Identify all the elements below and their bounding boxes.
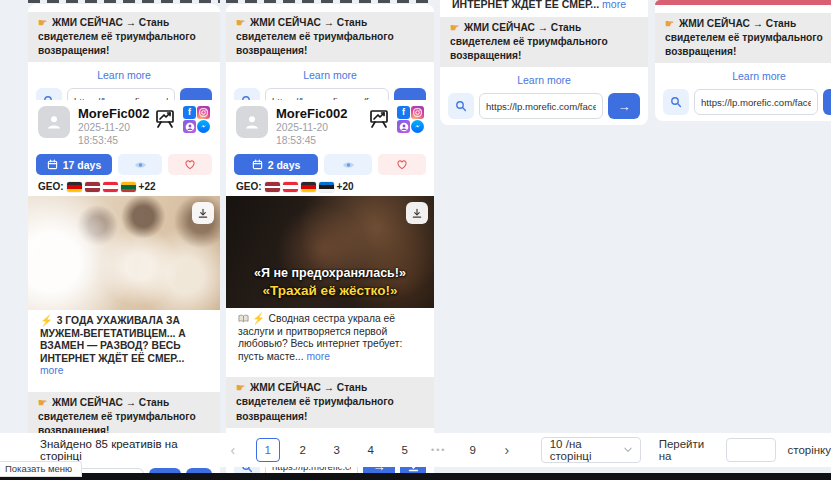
cta-headline: ☛ ЖМИ СЕЙЧАС → Стань свидетелем её триум…	[440, 17, 648, 67]
pointing-hand-icon: ☛	[38, 397, 47, 408]
arrow-right-icon: →	[618, 99, 631, 114]
learn-more-link[interactable]: Learn more	[732, 70, 786, 82]
open-url-button[interactable]: →	[608, 93, 640, 119]
search-url-button[interactable]	[663, 89, 689, 115]
avatar	[38, 106, 70, 138]
favorite-button[interactable]	[168, 154, 212, 175]
eye-icon	[134, 160, 147, 170]
geo-label: GEO:	[38, 181, 64, 192]
presentation-board-icon	[367, 106, 391, 130]
messenger-icon[interactable]	[411, 120, 424, 133]
geo-flags	[265, 182, 334, 192]
heart-icon	[184, 159, 196, 170]
pagination-bar: Знайдено 85 креативів на сторінці ‹ 1 2 …	[0, 433, 831, 467]
geo-flags	[67, 182, 136, 192]
next-page-button[interactable]: ›	[496, 439, 518, 461]
pointing-hand-icon: ☛	[38, 17, 47, 28]
book-icon	[238, 314, 249, 323]
facebook-icon[interactable]: f	[183, 106, 196, 119]
description-more-link[interactable]: more	[306, 351, 329, 362]
facebook-icon[interactable]: f	[397, 106, 410, 119]
messenger-icon[interactable]	[197, 120, 210, 133]
learn-more-link[interactable]: Learn more	[303, 69, 357, 81]
cta-headline: ☛ ЖМИ СЕЙЧАС → Стань свидетелем её триум…	[226, 12, 434, 62]
profile-badge-icon[interactable]	[397, 120, 410, 133]
landing-url-input[interactable]	[694, 89, 818, 115]
search-url-button[interactable]	[448, 93, 474, 119]
page-button-9[interactable]: 9	[462, 439, 484, 461]
chevron-down-icon	[624, 447, 632, 453]
creative-timestamp: 2025-11-20 18:53:45	[78, 121, 153, 147]
preview-button[interactable]	[324, 154, 372, 175]
goto-page-input[interactable]	[726, 438, 776, 462]
download-image-button[interactable]	[192, 202, 214, 224]
calendar-icon	[47, 159, 58, 170]
download-image-button[interactable]	[406, 202, 428, 224]
creative-description: ⚡ 3 ГОДА УХАЖИВАЛА ЗА МУЖЕМ-ВЕГЕТАТИВЦЕМ…	[28, 310, 220, 386]
download-icon	[412, 208, 422, 219]
description-more-link[interactable]: more	[602, 0, 626, 10]
description-more-link[interactable]: more	[40, 365, 63, 376]
cut-image-strip	[655, 0, 831, 5]
window-bottom-edge	[0, 473, 831, 480]
cta-headline: ☛ ЖМИ СЕЙЧАС → Стань свидетелем её триум…	[655, 13, 831, 63]
avatar	[236, 106, 268, 138]
goto-page-label: Перейти на	[659, 438, 714, 462]
cta-headline: ☛ ЖМИ СЕЙЧАС → Стань свидетелем её триум…	[28, 12, 220, 62]
instagram-icon[interactable]	[411, 106, 424, 119]
pointing-hand-icon: ☛	[665, 18, 674, 29]
person-icon	[45, 113, 63, 131]
pointing-hand-icon: ☛	[236, 382, 245, 393]
goto-page-suffix: сторінку	[788, 444, 831, 456]
creative-description-tail: ИНТЕРНЕТ ЖДЁТ ЕЁ СМЕР... more	[452, 0, 636, 12]
flag-de-icon	[301, 182, 316, 192]
flag-de-icon	[67, 182, 82, 192]
creative-image	[28, 196, 220, 310]
instagram-icon[interactable]	[197, 106, 210, 119]
eye-icon	[342, 160, 355, 170]
creative-card: MoreFic002 2025-11-20 18:53:45 f 2	[226, 100, 434, 480]
profile-badge-icon[interactable]	[183, 120, 196, 133]
preview-button[interactable]	[118, 154, 162, 175]
flag-lt-icon	[121, 182, 136, 192]
flag-lv-icon	[85, 182, 100, 192]
creative-description: ⚡ Сводная сестра украла её заслуги и при…	[226, 308, 434, 371]
browser-status-tooltip: Показать меню	[0, 461, 82, 477]
search-icon	[455, 100, 467, 112]
pages-ellipsis: •••	[428, 439, 450, 461]
cut-card-dashes	[226, 0, 434, 3]
creative-card-cut: ИНТЕРНЕТ ЖДЁТ ЕЁ СМЕР... more ☛ ЖМИ СЕЙЧ…	[440, 0, 648, 125]
flag-lv-icon	[265, 182, 280, 192]
duration-button[interactable]: 2 days	[234, 154, 318, 175]
creative-card: MoreFic002 2025-11-20 18:53:45 f 1	[28, 100, 220, 480]
results-count-text: Знайдено 85 креативів на сторінці	[40, 438, 203, 462]
landing-url-input[interactable]	[479, 93, 603, 119]
page-button-3[interactable]: 3	[326, 439, 348, 461]
geo-extra-count: +20	[337, 181, 354, 192]
author-name: MoreFic002	[276, 106, 367, 121]
flag-ee-icon	[319, 182, 334, 192]
cut-card-dashes	[28, 0, 220, 3]
duration-button[interactable]: 17 days	[36, 154, 112, 175]
page-button-5[interactable]: 5	[394, 439, 416, 461]
author-name: MoreFic002	[78, 106, 153, 121]
geo-extra-count: +22	[139, 181, 156, 192]
favorite-button[interactable]	[378, 154, 426, 175]
search-icon	[670, 96, 682, 108]
heart-icon	[396, 159, 408, 170]
page-size-select[interactable]: 10 /на сторінці	[541, 437, 641, 463]
pointing-hand-icon: ☛	[450, 22, 459, 33]
prev-page-button[interactable]: ‹	[222, 439, 244, 461]
page-button-2[interactable]: 2	[292, 439, 314, 461]
lightning-icon: ⚡	[252, 313, 265, 324]
learn-more-link[interactable]: Learn more	[517, 74, 571, 86]
learn-more-link[interactable]: Learn more	[97, 69, 151, 81]
page-button-4[interactable]: 4	[360, 439, 382, 461]
open-url-button[interactable]: →	[823, 89, 831, 115]
ad-spy-grid-page: ☛ ЖМИ СЕЙЧАС → Стань свидетелем её триум…	[0, 0, 831, 480]
presentation-board-icon	[153, 106, 177, 130]
person-icon	[243, 113, 261, 131]
creative-image: «Я не предохранялась!» «Трахай её жёстко…	[226, 196, 434, 308]
page-button-1[interactable]: 1	[256, 438, 280, 462]
image-overlay-text: «Я не предохранялась!» «Трахай её жёстко…	[226, 265, 434, 300]
